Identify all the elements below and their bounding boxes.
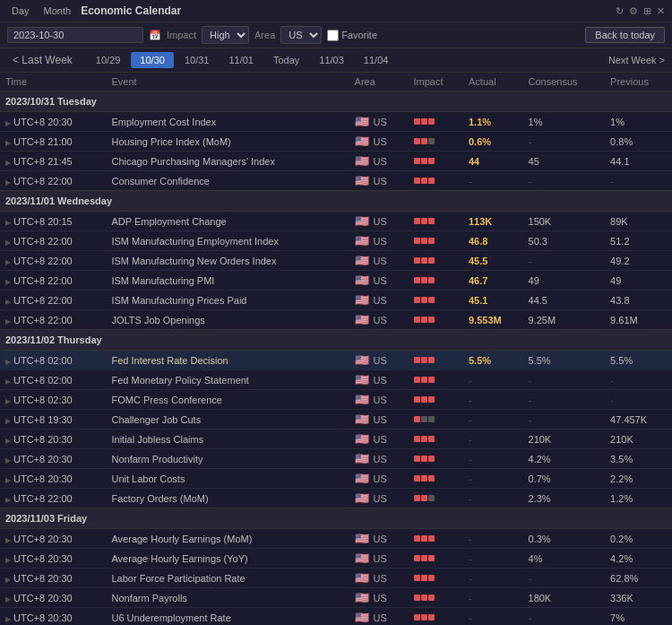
table-row[interactable]: ▶UTC+8 22:00ISM Manufacturing PMI🇺🇸US46.… xyxy=(0,271,672,291)
nav-date-Today[interactable]: Today xyxy=(264,52,308,68)
table-row[interactable]: ▶UTC+8 22:00JOLTS Job Openings🇺🇸US9.553M… xyxy=(0,310,672,330)
flag-icon: 🇺🇸 xyxy=(355,472,369,485)
tab-day[interactable]: Day xyxy=(7,4,34,18)
nav-date-11-01[interactable]: 11/01 xyxy=(220,52,263,68)
table-row[interactable]: ▶UTC+8 20:30Labor Force Participation Ra… xyxy=(0,569,672,588)
expand-row-icon[interactable]: ▶ xyxy=(5,298,11,306)
expand-row-icon[interactable]: ▶ xyxy=(5,437,11,445)
table-row[interactable]: ▶UTC+8 20:30U6 Underemployment Rate🇺🇸US-… xyxy=(0,608,672,626)
section-header-0: 2023/10/31 Tuesday xyxy=(0,91,672,112)
expand-row-icon[interactable]: ▶ xyxy=(5,119,11,127)
nav-date-10-29[interactable]: 10/29 xyxy=(87,52,130,68)
expand-row-icon[interactable]: ▶ xyxy=(5,536,11,544)
table-row[interactable]: ▶UTC+8 19:30Challenger Job Cuts🇺🇸US--47.… xyxy=(0,410,672,430)
expand-row-icon[interactable]: ▶ xyxy=(5,278,11,286)
favorite-checkbox[interactable] xyxy=(327,30,339,41)
flag-icon: 🇺🇸 xyxy=(355,115,369,128)
table-row[interactable]: ▶UTC+8 02:30FOMC Press Conference🇺🇸US--- xyxy=(0,390,672,410)
table-row[interactable]: ▶UTC+8 22:00ISM Manufacturing Prices Pai… xyxy=(0,291,672,310)
cell-event: Average Hourly Earnings (YoY) xyxy=(106,549,349,569)
refresh-icon[interactable]: ↻ xyxy=(616,5,624,17)
impact-bars-high xyxy=(414,238,458,244)
table-row[interactable]: ▶UTC+8 20:30Nonfarm Productivity🇺🇸US-4.2… xyxy=(0,449,672,469)
cell-previous: 44.1 xyxy=(605,152,672,171)
table-row[interactable]: ▶UTC+8 20:30Employment Cost Index🇺🇸US1.1… xyxy=(0,112,672,132)
cell-impact xyxy=(409,489,463,508)
table-row[interactable]: ▶UTC+8 22:00ISM Manufacturing Employment… xyxy=(0,231,672,251)
table-row[interactable]: ▶UTC+8 21:45Chicago Purchasing Managers'… xyxy=(0,152,672,171)
tab-month[interactable]: Month xyxy=(39,4,76,18)
cell-consensus: 45 xyxy=(523,152,606,171)
expand-row-icon[interactable]: ▶ xyxy=(5,219,11,227)
cell-area: 🇺🇸US xyxy=(349,449,409,469)
settings-icon[interactable]: ⚙ xyxy=(629,5,638,17)
cell-consensus: 180K xyxy=(523,588,606,608)
table-row[interactable]: ▶UTC+8 20:30Unit Labor Costs🇺🇸US-0.7%2.2… xyxy=(0,469,672,489)
table-row[interactable]: ▶UTC+8 20:30Average Hourly Earnings (YoY… xyxy=(0,549,672,569)
impact-bars-high xyxy=(414,475,458,482)
table-row[interactable]: ▶UTC+8 20:30Nonfarm Payrolls🇺🇸US-180K336… xyxy=(0,588,672,608)
table-row[interactable]: ▶UTC+8 02:00Fed Monetary Policy Statemen… xyxy=(0,370,672,390)
nav-date-10-31[interactable]: 10/31 xyxy=(176,52,219,68)
table-row[interactable]: ▶UTC+8 02:00Fed Interest Rate Decision🇺🇸… xyxy=(0,351,672,370)
cell-area: 🇺🇸US xyxy=(349,351,409,370)
back-today-button[interactable]: Back to today xyxy=(585,27,665,43)
expand-row-icon[interactable]: ▶ xyxy=(5,556,11,564)
expand-row-icon[interactable]: ▶ xyxy=(5,576,11,584)
favorite-checkbox-label[interactable]: Favorite xyxy=(327,30,377,41)
col-header-area: Area xyxy=(349,73,409,91)
cell-consensus: - xyxy=(523,251,606,271)
flag-icon: 🇺🇸 xyxy=(355,393,369,406)
expand-row-icon[interactable]: ▶ xyxy=(5,476,11,484)
expand-row-icon[interactable]: ▶ xyxy=(5,358,11,366)
impact-bars-high xyxy=(414,357,458,363)
expand-row-icon[interactable]: ▶ xyxy=(5,317,11,326)
cell-time: ▶UTC+8 22:00 xyxy=(0,489,106,508)
cell-impact xyxy=(409,310,463,330)
next-week-button[interactable]: Next Week > xyxy=(608,55,665,65)
table-row[interactable]: ▶UTC+8 20:30Average Hourly Earnings (MoM… xyxy=(0,529,672,549)
table-row[interactable]: ▶UTC+8 20:30Initial Jobless Claims🇺🇸US-2… xyxy=(0,430,672,449)
table-row[interactable]: ▶UTC+8 20:15ADP Employment Change🇺🇸US113… xyxy=(0,212,672,231)
expand-row-icon[interactable]: ▶ xyxy=(5,258,11,266)
prev-week-button[interactable]: < Last Week xyxy=(7,52,78,68)
cell-consensus: 4.2% xyxy=(523,449,606,469)
nav-dates: 10/2910/3010/3111/01Today11/0311/04 xyxy=(87,52,398,68)
expand-row-icon[interactable]: ▶ xyxy=(5,456,11,464)
expand-row-icon[interactable]: ▶ xyxy=(5,615,11,623)
cell-time: ▶UTC+8 02:00 xyxy=(0,351,106,370)
expand-row-icon[interactable]: ▶ xyxy=(5,496,11,504)
cell-time: ▶UTC+8 02:00 xyxy=(0,370,106,390)
expand-row-icon[interactable]: ▶ xyxy=(5,159,11,167)
expand-row-icon[interactable]: ▶ xyxy=(5,139,11,147)
expand-row-icon[interactable]: ▶ xyxy=(5,239,11,247)
col-header-event: Event xyxy=(106,73,349,91)
close-icon[interactable]: ✕ xyxy=(657,5,665,17)
expand-row-icon[interactable]: ▶ xyxy=(5,417,11,425)
flag-icon: 🇺🇸 xyxy=(355,532,369,545)
table-row[interactable]: ▶UTC+8 21:00Housing Price Index (MoM)🇺🇸U… xyxy=(0,132,672,152)
nav-date-11-03[interactable]: 11/03 xyxy=(310,52,353,68)
expand-row-icon[interactable]: ▶ xyxy=(5,397,11,405)
impact-bars-high xyxy=(414,535,458,542)
cell-area: 🇺🇸US xyxy=(349,489,409,508)
table-row[interactable]: ▶UTC+8 22:00Consumer Confidence🇺🇸US--- xyxy=(0,171,672,191)
cell-time: ▶UTC+8 20:30 xyxy=(0,549,106,569)
cell-event: ISM Manufacturing Prices Paid xyxy=(106,291,349,310)
cell-area: 🇺🇸US xyxy=(349,529,409,549)
nav-date-10-30[interactable]: 10/30 xyxy=(131,52,174,68)
expand-row-icon[interactable]: ▶ xyxy=(5,378,11,386)
date-input[interactable] xyxy=(7,27,143,43)
cell-impact xyxy=(409,549,463,569)
cell-event: Average Hourly Earnings (MoM) xyxy=(106,529,349,549)
expand-row-icon[interactable]: ▶ xyxy=(5,595,11,603)
area-select[interactable]: All US EU xyxy=(280,26,322,44)
nav-date-11-04[interactable]: 11/04 xyxy=(355,52,398,68)
cell-consensus: 2.3% xyxy=(523,489,606,508)
expand-icon[interactable]: ⊞ xyxy=(643,5,651,17)
expand-row-icon[interactable]: ▶ xyxy=(5,178,11,187)
table-row[interactable]: ▶UTC+8 22:00ISM Manufacturing New Orders… xyxy=(0,251,672,271)
calendar-icon[interactable]: 📅 xyxy=(149,30,161,41)
table-row[interactable]: ▶UTC+8 22:00Factory Orders (MoM)🇺🇸US-2.3… xyxy=(0,489,672,508)
impact-select[interactable]: High Med Low xyxy=(202,26,249,44)
